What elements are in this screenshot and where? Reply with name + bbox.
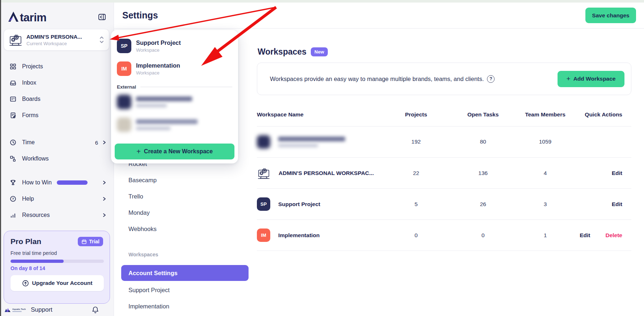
- sidebar-item-forms[interactable]: Forms: [9, 110, 107, 121]
- atarim-logo: tarim: [7, 11, 46, 23]
- sidebar-item-label: Help: [22, 196, 34, 202]
- redacted-sub-bar: [136, 127, 170, 130]
- dropdown-item-support-project[interactable]: SP Support Project Workspace: [117, 39, 232, 53]
- settings-nav-section-workspaces: Workspaces: [128, 252, 237, 257]
- upgrade-account-button[interactable]: Upgrade Your Account: [10, 275, 104, 291]
- cell-projects: 5: [415, 201, 418, 208]
- avatar-redacted: [257, 135, 270, 149]
- chevron-right-icon: [102, 140, 107, 145]
- trial-badge-label: Trial: [89, 239, 99, 244]
- settings-nav-implementation[interactable]: Implementation: [128, 302, 237, 311]
- col-open-tasks: Open Tasks: [467, 111, 499, 118]
- time-count-badge: 6: [95, 140, 98, 146]
- delete-link[interactable]: Delete: [605, 232, 622, 239]
- plus-icon: +: [567, 75, 571, 83]
- grid-icon: [9, 63, 17, 71]
- cell-workspace-name: Implementation: [278, 232, 320, 239]
- sidebar-item-label: Boards: [22, 96, 41, 102]
- cell-open-tasks: 26: [480, 201, 486, 208]
- collapse-sidebar-icon: [98, 13, 106, 21]
- cell-team-members: 3: [544, 201, 547, 208]
- page-header: Settings Save changes: [114, 3, 644, 29]
- sidebar-item-help[interactable]: ? Help: [9, 193, 107, 204]
- sidebar-item-boards[interactable]: Boards: [9, 94, 107, 104]
- plan-subtitle: Free trial time period: [10, 250, 103, 256]
- chevron-right-icon: [102, 196, 107, 201]
- help-question-icon[interactable]: ?: [487, 75, 495, 83]
- workspace-switcher-dropdown: SP Support Project Workspace IM Implemen…: [111, 30, 238, 163]
- plus-icon: +: [136, 148, 141, 156]
- settings-nav-webhooks[interactable]: Webhooks: [128, 225, 237, 233]
- redacted-name-bar: [278, 137, 345, 141]
- dropdown-item-name: Support Project: [136, 39, 181, 46]
- sidebar-item-label: How to Win: [22, 179, 52, 186]
- settings-nav-trello[interactable]: Trello: [128, 192, 237, 201]
- edit-link[interactable]: Edit: [612, 170, 622, 176]
- new-badge: New: [311, 47, 328, 56]
- col-quick-actions: Quick Actions: [585, 111, 622, 118]
- add-workspace-button[interactable]: + Add Workspace: [558, 71, 624, 87]
- workspace-selector-chevrons-icon[interactable]: [99, 35, 105, 44]
- create-new-workspace-button[interactable]: + Create a New Workspace: [115, 144, 234, 159]
- settings-nav-monday[interactable]: Monday: [128, 208, 237, 217]
- settings-nav-basecamp[interactable]: Basecamp: [128, 176, 237, 184]
- board-icon: [9, 95, 17, 103]
- table-header-row: Workspace Name Projects Open Tasks Team …: [257, 108, 631, 121]
- sidebar-item-resources[interactable]: Resources: [9, 210, 107, 221]
- table-row-admins-workspace[interactable]: ADMIN'S PERSONAL WORKSPAC... 22 136 4 Ed…: [257, 157, 631, 188]
- sidebar-item-label: Forms: [22, 112, 38, 119]
- calendar-icon: [81, 239, 87, 244]
- edit-link[interactable]: Edit: [580, 232, 590, 239]
- support-label[interactable]: Support: [31, 306, 52, 313]
- workspace-laptop-gears-icon: [8, 33, 23, 47]
- page-title: Settings: [122, 10, 158, 21]
- external-label: External: [117, 84, 136, 90]
- notifications-bell-icon[interactable]: [92, 306, 99, 314]
- agency-mini-logo: Aquatic Tech: [4, 308, 26, 312]
- avatar-sp: SP: [257, 197, 270, 211]
- atarim-logo-text: tarim: [20, 12, 46, 23]
- cell-projects: 22: [413, 170, 419, 176]
- workspace-laptop-gears-icon: [257, 166, 271, 180]
- how-to-win-progress-pill: [57, 180, 88, 185]
- atarim-logo-mark: [7, 11, 20, 23]
- inbox-icon: [9, 79, 17, 87]
- sidebar-collapse-button[interactable]: [97, 12, 107, 22]
- sidebar-item-label: Resources: [22, 212, 50, 218]
- sidebar-item-inbox[interactable]: Inbox: [9, 77, 107, 88]
- table-row-support-project[interactable]: SP Support Project 5 26 3 Edit: [257, 188, 631, 219]
- sidebar-item-how-to-win[interactable]: How to Win: [9, 177, 107, 188]
- svg-text:?: ?: [12, 197, 14, 201]
- sidebar-item-label: Projects: [22, 63, 43, 70]
- workspaces-info-card: Workspaces provide an easy way to manage…: [257, 63, 631, 95]
- add-workspace-label: Add Workspace: [573, 76, 616, 82]
- dropdown-item-implementation[interactable]: IM Implementation Workspace: [117, 61, 232, 76]
- trial-progress-bar: [10, 260, 104, 263]
- dropdown-section-external: External: [117, 84, 232, 90]
- table-row-implementation[interactable]: IM Implementation 0 0 1 Edit Delete: [257, 219, 631, 251]
- upgrade-button-label: Upgrade Your Account: [32, 280, 93, 286]
- cell-team-members: 1059: [539, 138, 551, 145]
- cell-workspace-name: Support Project: [278, 201, 320, 208]
- dropdown-item-name: Implementation: [136, 62, 180, 69]
- chevron-right-icon: [102, 180, 107, 185]
- sidebar-item-time[interactable]: Time 6: [9, 137, 107, 148]
- sidebar-item-projects[interactable]: Projects: [9, 61, 107, 72]
- cell-open-tasks: 80: [480, 138, 486, 145]
- trial-progress-fill: [10, 260, 64, 263]
- avatar-im: IM: [257, 229, 270, 242]
- current-workspace-selector[interactable]: ADMIN'S PERSONA... Current Workspace: [4, 29, 109, 51]
- dropdown-item-redacted-2[interactable]: [117, 118, 232, 132]
- settings-nav-support-project[interactable]: Support Project: [128, 286, 237, 294]
- sidebar-item-workflows[interactable]: Workflows: [9, 153, 107, 164]
- help-icon: ?: [9, 195, 17, 203]
- dropdown-item-type: Workspace: [136, 70, 180, 76]
- cell-open-tasks: 136: [478, 170, 488, 176]
- sidebar-item-label: Time: [22, 139, 35, 146]
- settings-nav-account-settings-active[interactable]: Account Settings: [121, 265, 249, 281]
- plan-title: Pro Plan: [10, 237, 41, 246]
- table-row-redacted[interactable]: 192 80 1059: [257, 126, 631, 157]
- edit-link[interactable]: Edit: [612, 201, 622, 208]
- save-changes-button[interactable]: Save changes: [585, 8, 636, 23]
- dropdown-item-redacted-1[interactable]: [117, 95, 232, 109]
